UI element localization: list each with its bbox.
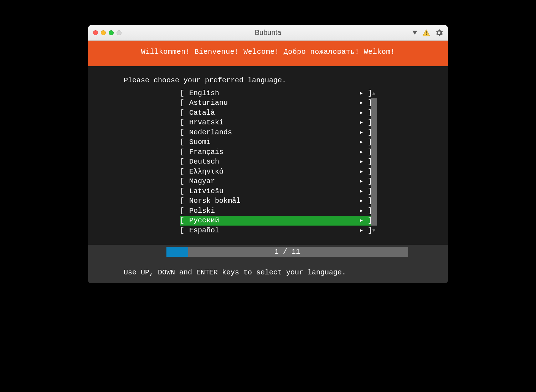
left-bracket: [ <box>180 139 189 146</box>
left-bracket: [ <box>180 149 189 156</box>
language-name: Nederlands <box>189 129 355 136</box>
right-bracket: ] <box>364 168 371 175</box>
submenu-arrow-icon: ▸ <box>355 119 364 126</box>
submenu-arrow-icon: ▸ <box>355 217 364 224</box>
minimize-button[interactable] <box>101 30 106 35</box>
language-name: Ελληνικά <box>189 168 355 175</box>
svg-rect-2 <box>426 31 427 33</box>
left-bracket: [ <box>180 227 189 234</box>
svg-rect-3 <box>426 34 427 35</box>
language-name: Norsk bokmål <box>189 197 355 205</box>
svg-marker-0 <box>412 31 417 35</box>
traffic-lights <box>93 30 122 35</box>
left-bracket: [ <box>180 188 189 195</box>
submenu-arrow-icon: ▸ <box>355 168 364 175</box>
left-bracket: [ <box>180 197 189 205</box>
submenu-arrow-icon: ▸ <box>355 149 364 156</box>
language-option[interactable]: [ Magyar▸ ] <box>180 177 371 187</box>
close-button[interactable] <box>93 30 98 35</box>
right-bracket: ] <box>364 109 371 117</box>
language-option[interactable]: [ Русский▸ ] <box>180 216 371 226</box>
right-bracket: ] <box>364 227 371 234</box>
right-bracket: ] <box>364 188 371 195</box>
left-bracket: [ <box>180 168 189 175</box>
gear-icon[interactable] <box>435 29 443 37</box>
right-bracket: ] <box>364 149 371 156</box>
language-name: Latviešu <box>189 188 355 195</box>
language-option[interactable]: [ Suomi▸ ] <box>180 138 371 148</box>
zoom-button[interactable] <box>109 30 114 35</box>
progress-text: 1 / 11 <box>166 247 408 257</box>
submenu-arrow-icon: ▸ <box>355 207 364 215</box>
scroll-down-icon[interactable]: ▼ <box>371 226 377 236</box>
submenu-arrow-icon: ▸ <box>355 197 364 205</box>
left-bracket: [ <box>180 217 189 224</box>
language-prompt: Please choose your preferred language. <box>88 66 448 88</box>
right-bracket: ] <box>364 158 371 165</box>
left-bracket: [ <box>180 129 189 136</box>
language-name: Deutsch <box>189 158 355 165</box>
submenu-arrow-icon: ▸ <box>355 227 364 234</box>
titlebar: Bubunta <box>88 25 448 41</box>
language-option[interactable]: [ Español▸ ] <box>180 226 371 236</box>
disabled-button <box>117 30 122 35</box>
submenu-arrow-icon: ▸ <box>355 129 364 136</box>
language-option[interactable]: [ Polski▸ ] <box>180 206 371 216</box>
language-name: Polski <box>189 207 355 215</box>
left-bracket: [ <box>180 90 189 97</box>
scroll-track[interactable] <box>371 98 377 226</box>
scrollbar[interactable]: ▲ ▼ <box>371 88 377 236</box>
submenu-arrow-icon: ▸ <box>355 99 364 107</box>
scroll-up-icon[interactable]: ▲ <box>371 88 377 98</box>
right-bracket: ] <box>364 178 371 185</box>
submenu-arrow-icon: ▸ <box>355 188 364 195</box>
language-name: Hrvatski <box>189 119 355 126</box>
language-option[interactable]: [ Latviešu▸ ] <box>180 186 371 196</box>
welcome-banner: Willkommen! Bienvenue! Welcome! Добро по… <box>88 41 448 66</box>
submenu-arrow-icon: ▸ <box>355 109 364 117</box>
language-option[interactable]: [ Nederlands▸ ] <box>180 128 371 138</box>
app-window: Bubunta Willkommen! Bienvenue! Welcome! … <box>88 25 448 283</box>
submenu-arrow-icon: ▸ <box>355 158 364 165</box>
language-name: Español <box>189 227 355 234</box>
language-name: Русский <box>189 217 355 224</box>
progress-section: 1 / 11 Use UP, DOWN and ENTER keys to se… <box>88 245 448 283</box>
language-option[interactable]: [ Ελληνικά▸ ] <box>180 167 371 177</box>
left-bracket: [ <box>180 99 189 107</box>
right-bracket: ] <box>364 129 371 136</box>
window-title: Bubunta <box>88 29 448 37</box>
language-option[interactable]: [ Français▸ ] <box>180 147 371 157</box>
language-option[interactable]: [ Català▸ ] <box>180 108 371 118</box>
terminal-body: Willkommen! Bienvenue! Welcome! Добро по… <box>88 41 448 283</box>
language-list[interactable]: [ English▸ ][ Asturianu▸ ][ Català▸ ][ H… <box>180 88 371 236</box>
left-bracket: [ <box>180 158 189 165</box>
dropdown-icon[interactable] <box>412 31 417 35</box>
left-bracket: [ <box>180 109 189 117</box>
language-name: Magyar <box>189 178 355 185</box>
language-option[interactable]: [ Asturianu▸ ] <box>180 98 371 108</box>
submenu-arrow-icon: ▸ <box>355 178 364 185</box>
right-bracket: ] <box>364 99 371 107</box>
language-name: Català <box>189 109 355 117</box>
right-bracket: ] <box>364 139 371 146</box>
language-option[interactable]: [ English▸ ] <box>180 88 371 98</box>
right-bracket: ] <box>364 207 371 215</box>
language-option[interactable]: [ Norsk bokmål▸ ] <box>180 196 371 206</box>
right-bracket: ] <box>364 90 371 97</box>
language-option[interactable]: [ Hrvatski▸ ] <box>180 118 371 128</box>
left-bracket: [ <box>180 119 189 126</box>
language-name: Français <box>189 149 355 156</box>
footer-hint: Use UP, DOWN and ENTER keys to select yo… <box>88 257 448 283</box>
language-option[interactable]: [ Deutsch▸ ] <box>180 157 371 167</box>
submenu-arrow-icon: ▸ <box>355 90 364 97</box>
language-name: English <box>189 90 355 97</box>
right-bracket: ] <box>364 197 371 205</box>
left-bracket: [ <box>180 178 189 185</box>
language-name: Suomi <box>189 139 355 146</box>
language-name: Asturianu <box>189 99 355 107</box>
submenu-arrow-icon: ▸ <box>355 139 364 146</box>
warning-icon[interactable] <box>422 29 430 36</box>
left-bracket: [ <box>180 207 189 215</box>
progress-bar: 1 / 11 <box>166 247 408 257</box>
right-bracket: ] <box>364 217 371 224</box>
